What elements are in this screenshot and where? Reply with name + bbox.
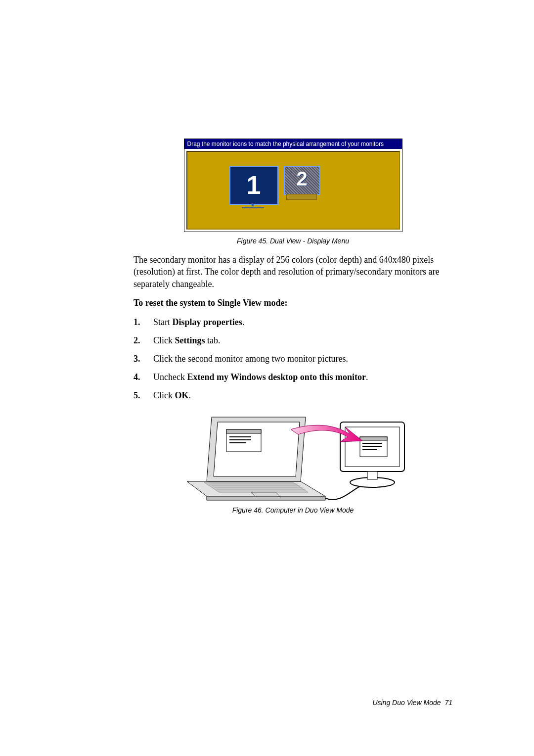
page: Drag the monitor icons to match the phys… [0, 0, 534, 756]
step-3-number: 3. [134, 352, 140, 366]
reset-heading: To reset the system to Single View mode: [134, 297, 452, 309]
step-1-pre: Start [153, 317, 173, 327]
step-4: 4. Uncheck Extend my Windows desktop ont… [134, 371, 452, 384]
step-4-number: 4. [134, 371, 140, 384]
step-1: 1. Start Display properties. [134, 316, 452, 329]
page-footer: Using Duo View Mode 71 [372, 699, 452, 707]
footer-section-title: Using Duo View Mode [372, 699, 441, 707]
step-1-post: . [242, 317, 245, 327]
monitor-2-base [286, 194, 317, 200]
step-5-emphasis: OK [175, 390, 189, 400]
step-2-number: 2. [134, 334, 140, 347]
step-1-number: 1. [134, 316, 140, 329]
figure-46-illustration [177, 407, 409, 501]
svg-marker-1 [207, 496, 325, 500]
step-2: 2. Click Settings tab. [134, 334, 452, 347]
figure-46-caption: Figure 46. Computer in Duo View Mode [134, 506, 452, 514]
footer-page-number: 71 [445, 699, 452, 707]
step-2-emphasis: Settings [175, 335, 205, 345]
figure-45-caption: Figure 45. Dual View - Display Menu [134, 237, 452, 245]
step-5: 5. Click OK. [134, 389, 452, 402]
reset-steps-list: 1. Start Display properties. 2. Click Se… [134, 316, 452, 402]
figure-45-display-settings: Drag the monitor icons to match the phys… [184, 139, 402, 232]
monitor-1-icon[interactable]: 1 [229, 166, 278, 205]
dialog-instruction: Drag the monitor icons to match the phys… [184, 139, 402, 149]
step-4-post: . [366, 372, 368, 382]
step-1-emphasis: Display properties [173, 317, 242, 327]
monitor-arrangement-area[interactable]: 1 2 [186, 151, 400, 230]
svg-rect-20 [360, 437, 387, 440]
step-3: 3. Click the second monitor among two mo… [134, 352, 452, 366]
monitor-2-icon[interactable]: 2 [284, 166, 320, 195]
step-2-post: tab. [205, 335, 221, 345]
monitor-1-stand-base [242, 205, 264, 208]
svg-marker-7 [251, 492, 280, 496]
step-5-post: . [189, 390, 191, 400]
step-5-number: 5. [134, 389, 140, 402]
step-3-text: Click the second monitor among two monit… [153, 354, 348, 364]
paragraph-secondary-monitor: The secondary monitor has a display of 2… [134, 254, 452, 290]
svg-rect-18 [367, 472, 377, 479]
step-4-pre: Uncheck [153, 372, 187, 382]
step-2-pre: Click [153, 335, 175, 345]
step-5-pre: Click [153, 390, 175, 400]
svg-rect-11 [226, 429, 261, 433]
step-4-emphasis: Extend my Windows desktop onto this moni… [187, 372, 365, 382]
